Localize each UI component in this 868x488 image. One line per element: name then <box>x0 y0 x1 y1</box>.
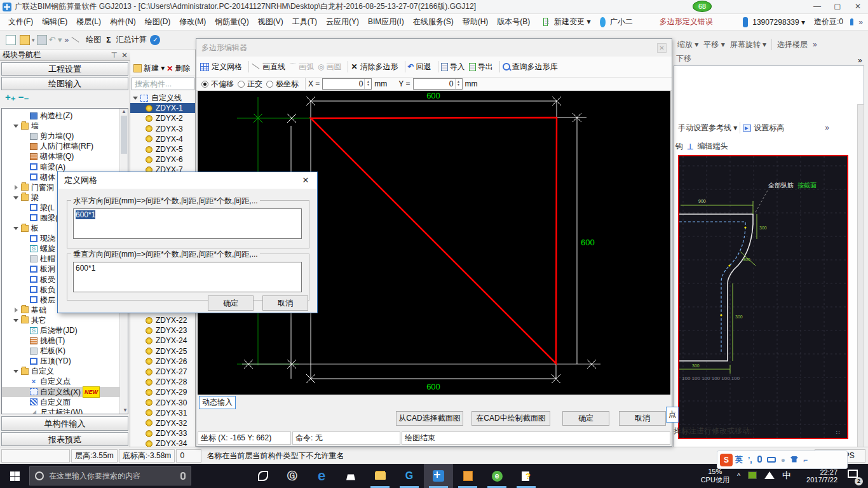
tree-item[interactable]: 其它 <box>2 315 128 325</box>
component-item[interactable]: ZDYX-28 <box>130 377 196 387</box>
cpu-usage-indicator[interactable]: 15%CPU使用 <box>701 468 729 485</box>
new-file-icon[interactable] <box>6 35 16 45</box>
component-item[interactable]: ZDYX-2 <box>130 113 196 123</box>
hook-label[interactable]: 钩 <box>675 141 683 152</box>
taskbar-app-store[interactable] <box>336 464 365 488</box>
component-item[interactable]: ZDYX-34 <box>130 438 196 447</box>
project-settings-button[interactable]: 工程设置 <box>1 62 128 76</box>
expand-arrow-icon[interactable] <box>21 276 29 283</box>
pan-button[interactable]: 平移 ▾ <box>701 39 727 50</box>
query-polygon-lib-button[interactable]: 查询多边形库 <box>503 62 558 72</box>
spinner-arrows-icon[interactable]: ▲▼ <box>455 79 462 89</box>
open-file-icon[interactable] <box>20 35 30 45</box>
tree-item[interactable]: 砌体墙(Q) <box>2 151 128 161</box>
ime-indicator[interactable]: 中 <box>782 470 791 482</box>
undo-button[interactable]: ↶回退 <box>408 62 431 72</box>
expand-arrow-icon[interactable] <box>12 316 20 324</box>
summary-calc-button[interactable]: 汇总计算 <box>112 34 150 45</box>
expand-arrow-icon[interactable] <box>12 306 20 314</box>
menu-item[interactable]: BIM应用(I) <box>363 17 409 27</box>
define-grid-button[interactable]: 定义网格 <box>200 62 242 72</box>
cost-beans[interactable]: 造价豆:0 <box>810 17 848 27</box>
expand-arrow-icon[interactable] <box>21 234 29 242</box>
component-item[interactable]: ZDYX-25 <box>130 346 196 356</box>
menu-item[interactable]: 在线服务(S) <box>409 17 458 27</box>
tree-item[interactable]: 剪力墙(Q) <box>2 131 128 141</box>
component-item[interactable]: ZDYX-32 <box>130 418 196 428</box>
expand-collapse-icons[interactable]: +₊ −₋ <box>5 92 29 103</box>
export-button[interactable]: 导出 <box>469 62 493 72</box>
panel-scrollbar[interactable] <box>857 104 864 473</box>
menu-item[interactable]: 绘图(D) <box>140 17 175 27</box>
expand-arrow-icon[interactable] <box>21 152 29 160</box>
y-input[interactable]: 0▲▼ <box>413 78 463 90</box>
menu-item[interactable]: 工具(T) <box>288 17 322 27</box>
menu-item[interactable]: 帮助(H) <box>458 17 493 27</box>
tree-item[interactable]: 尺寸标注(W) <box>2 407 128 414</box>
cloud-check-icon[interactable]: ✓ <box>150 35 160 45</box>
menu-item[interactable]: 构件(N) <box>105 17 140 27</box>
menu-item[interactable]: 版本号(B) <box>492 17 534 27</box>
expand-arrow-icon[interactable] <box>132 94 139 102</box>
x-input[interactable]: 0▲▼ <box>322 78 372 90</box>
from-cad-button[interactable]: 从CAD选择截面图 <box>396 411 463 426</box>
taskbar-search[interactable]: 在这里输入你要搜索的内容 <box>29 466 191 485</box>
component-item[interactable]: ZDYX-6 <box>130 154 196 165</box>
component-item[interactable]: ZDYX-29 <box>130 387 196 397</box>
ime-lang-toggle[interactable]: 英 <box>735 454 743 465</box>
tree-item[interactable]: 暗梁(A) <box>2 161 128 172</box>
taskbar-app-ggj[interactable] <box>424 464 453 488</box>
new-component-button[interactable]: 新建 ▾ <box>144 63 165 74</box>
undo-icon[interactable]: ↶ ▾ <box>49 35 62 44</box>
component-item[interactable]: ZDYX-33 <box>130 428 196 438</box>
vertical-spacing-input[interactable]: 600*1 <box>73 262 302 292</box>
grid-ok-button[interactable]: 确定 <box>208 295 254 311</box>
component-item[interactable]: ZDYX-26 <box>130 356 196 367</box>
dialog-close-icon[interactable]: ✕ <box>301 175 311 186</box>
expand-arrow-icon[interactable] <box>21 398 29 406</box>
taskbar-app-notepad[interactable] <box>453 464 482 488</box>
component-root[interactable]: 自定义线 <box>130 93 196 103</box>
radio-polar[interactable]: 极坐标 <box>266 79 299 90</box>
clock[interactable]: 22:272017/7/22 <box>806 468 837 484</box>
menu-item[interactable]: 钢筋量(Q) <box>210 17 253 27</box>
taskbar-app-flower[interactable] <box>248 464 278 488</box>
expand-arrow-icon[interactable] <box>21 204 29 212</box>
taskbar-app-explorer[interactable] <box>365 464 395 488</box>
delete-component-button[interactable]: 删除 <box>175 63 190 74</box>
set-elevation-button[interactable]: 设置标高 <box>754 123 784 133</box>
draw-in-cad-button[interactable]: 在CAD中绘制截面图 <box>471 411 550 426</box>
expand-arrow-icon[interactable] <box>12 122 20 130</box>
move-down-label[interactable]: 下移 <box>676 53 691 64</box>
tree-item[interactable]: 后浇带(JD) <box>2 325 128 336</box>
expand-arrow-icon[interactable] <box>21 286 29 294</box>
user-icon[interactable]: ● <box>781 456 785 464</box>
tree-item[interactable]: 压顶(YD) <box>2 356 128 366</box>
action-center-icon[interactable]: 2 <box>845 464 864 488</box>
sogou-logo-icon[interactable]: S <box>720 454 733 466</box>
overflow-chevron[interactable]: » <box>810 40 820 49</box>
close-button[interactable]: ✕ <box>848 0 868 14</box>
expand-arrow-icon[interactable] <box>21 214 29 222</box>
taskbar-app-greene[interactable]: e <box>482 464 512 488</box>
taskbar-app-glodon[interactable]: G <box>395 464 424 488</box>
menu-item[interactable]: 楼层(L) <box>72 17 105 27</box>
new-change-button[interactable]: 新建变更 ▾ <box>550 17 595 27</box>
define-grid-titlebar[interactable]: 定义网格 ✕ <box>58 172 317 189</box>
tree-item[interactable]: 构造柱(Z) <box>2 111 128 121</box>
draw-line-button[interactable]: 画直线 <box>252 62 285 72</box>
draw-circle-button[interactable]: ◎画圆 <box>318 62 341 72</box>
keyboard-icon[interactable] <box>767 456 776 464</box>
radio-no-offset[interactable]: 不偏移 <box>201 79 234 90</box>
pin-icon[interactable]: ⊤ <box>111 51 117 60</box>
mic-icon[interactable] <box>757 456 762 464</box>
expand-arrow-icon[interactable] <box>12 194 20 201</box>
polygon-ok-button[interactable]: 确定 <box>562 411 609 426</box>
save-icon[interactable] <box>37 35 47 45</box>
radio-ortho[interactable]: 正交 <box>238 79 262 90</box>
menu-item[interactable]: 修改(M) <box>175 17 210 27</box>
partial-point-button[interactable]: 点 <box>666 407 679 423</box>
component-item[interactable]: ZDYX-24 <box>130 336 196 346</box>
expand-arrow-icon[interactable] <box>12 367 20 375</box>
polygon-editor-titlebar[interactable]: 多边形编辑器 ✕ <box>196 39 672 57</box>
